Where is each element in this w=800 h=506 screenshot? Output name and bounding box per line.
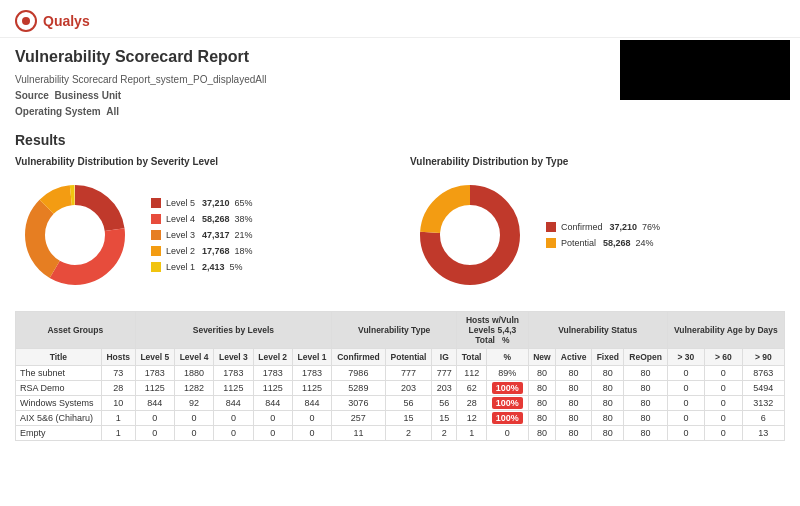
cell-l5: 1783 — [135, 366, 174, 381]
logo-area: Qualys — [15, 10, 90, 32]
legend-item: Level 4 58,268 38% — [151, 211, 253, 227]
chart2-title: Vulnerability Distribution by Type — [410, 156, 785, 167]
cell-new: 80 — [528, 366, 556, 381]
cell-l2: 0 — [253, 426, 292, 441]
col-group-asset: Asset Groups — [16, 312, 136, 349]
cell-title: RSA Demo — [16, 381, 102, 396]
level2-pct: 18% — [235, 243, 253, 259]
cell-potential: 15 — [385, 411, 432, 426]
svg-point-10 — [444, 209, 496, 261]
cell-active: 80 — [556, 396, 592, 411]
chart1-legend: Level 5 37,210 65% Level 4 58,268 38% — [151, 195, 253, 276]
cell-ig: 56 — [432, 396, 457, 411]
th-d30: > 30 — [667, 349, 704, 366]
legend-item: Level 1 2,413 5% — [151, 259, 253, 275]
cell-ig: 777 — [432, 366, 457, 381]
level5-label: Level 5 — [166, 195, 195, 211]
th-new: New — [528, 349, 556, 366]
level5-value: 37,210 — [202, 195, 230, 211]
cell-hosts: 1 — [101, 411, 135, 426]
cell-confirmed: 7986 — [332, 366, 386, 381]
cell-pct: 89% — [487, 366, 529, 381]
cell-l1: 0 — [292, 411, 331, 426]
report-os: Operating System All — [15, 104, 785, 120]
cell-l3: 0 — [214, 426, 253, 441]
legend-item: Level 3 47,317 21% — [151, 227, 253, 243]
cell-hosts: 28 — [101, 381, 135, 396]
legend-item: Level 2 17,768 18% — [151, 243, 253, 259]
cell-d90: 8763 — [742, 366, 784, 381]
cell-title: Empty — [16, 426, 102, 441]
os-label: Operating System — [15, 106, 101, 117]
th-fixed: Fixed — [592, 349, 624, 366]
cell-new: 80 — [528, 426, 556, 441]
charts-row: Vulnerability Distribution by Severity L… — [15, 156, 785, 295]
cell-l4: 92 — [174, 396, 213, 411]
cell-title: AIX 5&6 (Chiharu) — [16, 411, 102, 426]
cell-l5: 0 — [135, 411, 174, 426]
confirmed-label: Confirmed — [561, 219, 603, 235]
cell-ig: 203 — [432, 381, 457, 396]
confirmed-color — [546, 222, 556, 232]
cell-potential: 56 — [385, 396, 432, 411]
cell-title: The subnet — [16, 366, 102, 381]
potential-value: 58,268 — [603, 235, 631, 251]
cell-total: 1 — [457, 426, 487, 441]
th-ig: IG — [432, 349, 457, 366]
th-level4: Level 4 — [174, 349, 213, 366]
table-row: The subnet731783188017831783178379867777… — [16, 366, 785, 381]
cell-d30: 0 — [667, 426, 704, 441]
cell-l4: 1282 — [174, 381, 213, 396]
cell-l2: 1783 — [253, 366, 292, 381]
confirmed-value: 37,210 — [610, 219, 638, 235]
potential-color — [546, 238, 556, 248]
cell-title: Windows Systems — [16, 396, 102, 411]
level2-color — [151, 246, 161, 256]
th-level2: Level 2 — [253, 349, 292, 366]
cell-d30: 0 — [667, 411, 704, 426]
cell-new: 80 — [528, 396, 556, 411]
chart1-title: Vulnerability Distribution by Severity L… — [15, 156, 390, 167]
level3-value: 47,317 — [202, 227, 230, 243]
col-group-severity: Severities by Levels — [135, 312, 331, 349]
redacted-box — [620, 40, 790, 100]
cell-potential: 777 — [385, 366, 432, 381]
cell-pct: 100% — [487, 381, 529, 396]
cell-active: 80 — [556, 426, 592, 441]
th-pct: % — [487, 349, 529, 366]
cell-confirmed: 3076 — [332, 396, 386, 411]
source-label: Source — [15, 90, 49, 101]
table-row: Windows Systems1084492844844844307656562… — [16, 396, 785, 411]
level2-label: Level 2 — [166, 243, 195, 259]
cell-fixed: 80 — [592, 396, 624, 411]
cell-confirmed: 257 — [332, 411, 386, 426]
cell-fixed: 80 — [592, 366, 624, 381]
cell-l3: 1783 — [214, 366, 253, 381]
cell-hosts: 1 — [101, 426, 135, 441]
logo-text: Qualys — [43, 13, 90, 29]
cell-pct: 0 — [487, 426, 529, 441]
cell-active: 80 — [556, 366, 592, 381]
level4-label: Level 4 — [166, 211, 195, 227]
cell-l3: 1125 — [214, 381, 253, 396]
level1-pct: 5% — [230, 259, 243, 275]
level3-color — [151, 230, 161, 240]
cell-d30: 0 — [667, 381, 704, 396]
cell-confirmed: 5289 — [332, 381, 386, 396]
legend-item-confirmed: Confirmed 37,210 76% — [546, 219, 660, 235]
cell-d90: 5494 — [742, 381, 784, 396]
col-group-hosts: Hosts w/VulnLevels 5,4,3Total % — [457, 312, 528, 349]
cell-active: 80 — [556, 381, 592, 396]
chart2-area: Confirmed 37,210 76% Potential 58,268 24… — [410, 175, 785, 295]
level4-value: 58,268 — [202, 211, 230, 227]
th-total: Total — [457, 349, 487, 366]
svg-point-1 — [22, 17, 30, 25]
table-row: RSA Demo28112512821125112511255289203203… — [16, 381, 785, 396]
cell-total: 12 — [457, 411, 487, 426]
os-value: All — [106, 106, 119, 117]
cell-confirmed: 11 — [332, 426, 386, 441]
th-d90: > 90 — [742, 349, 784, 366]
chart1-area: Level 5 37,210 65% Level 4 58,268 38% — [15, 175, 390, 295]
level5-pct: 65% — [235, 195, 253, 211]
donut-chart-severity — [15, 175, 135, 295]
